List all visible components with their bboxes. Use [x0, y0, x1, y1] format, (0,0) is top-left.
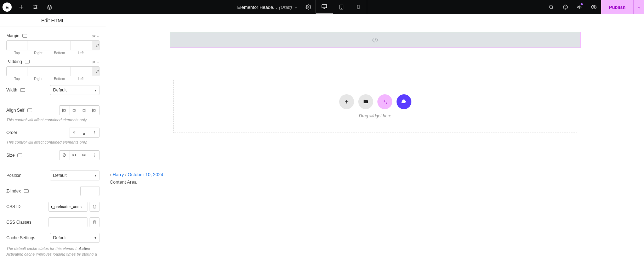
order-label: Order	[6, 130, 17, 135]
database-icon	[92, 220, 97, 224]
plus-icon	[18, 4, 24, 10]
chevron-down-icon: ⌄	[97, 60, 99, 63]
align-stretch-icon	[92, 108, 97, 113]
size-grow-button[interactable]	[69, 151, 79, 160]
padding-link-button[interactable]	[92, 67, 99, 76]
publish-button[interactable]: Publish	[601, 0, 633, 14]
add-element-button[interactable]	[339, 94, 354, 109]
order-last-button[interactable]	[79, 128, 89, 137]
css-id-label: CSS ID	[6, 204, 21, 209]
cache-value: Default	[53, 235, 67, 240]
margin-unit-selector[interactable]: px⌄	[91, 34, 99, 38]
svg-point-13	[94, 131, 95, 132]
panel-body: Margin px⌄ Top Right Bottom	[0, 27, 106, 257]
position-select[interactable]: Default ▾	[50, 171, 99, 180]
width-value: Default	[53, 88, 67, 93]
eye-icon	[591, 4, 597, 10]
margin-link-button[interactable]	[92, 41, 99, 50]
dim-label: Top	[6, 51, 28, 55]
page-settings-button[interactable]	[301, 0, 315, 14]
finder-button[interactable]	[544, 0, 558, 14]
size-more-button[interactable]	[89, 151, 99, 160]
padding-label: Padding	[6, 59, 22, 64]
chevron-down-icon: ⌄	[637, 5, 641, 10]
responsive-icon[interactable]	[24, 189, 29, 193]
padding-top-input[interactable]	[7, 67, 28, 76]
import-kit-button[interactable]	[397, 94, 411, 109]
padding-right-input[interactable]	[28, 67, 49, 76]
svg-point-18	[94, 155, 95, 156]
zindex-input[interactable]	[80, 186, 99, 196]
size-none-button[interactable]	[59, 151, 69, 160]
align-start-button[interactable]	[59, 106, 69, 115]
svg-point-23	[404, 103, 404, 103]
content-area-label: Content Area	[110, 179, 163, 185]
svg-point-3	[308, 6, 309, 8]
document-title-dropdown[interactable]: Elementor Heade... (Draft) ⌄	[234, 5, 301, 10]
preview-button[interactable]	[587, 0, 601, 14]
logo-letter: E	[2, 2, 12, 12]
width-select[interactable]: Default ▾	[50, 85, 99, 95]
padding-bottom-input[interactable]	[49, 67, 70, 76]
whats-new-button[interactable]	[572, 0, 587, 14]
responsive-icon[interactable]	[22, 34, 27, 38]
author-link[interactable]: Harry	[113, 172, 124, 177]
svg-point-15	[94, 134, 95, 134]
more-vertical-icon	[92, 153, 97, 157]
chevron-down-icon: ▾	[95, 173, 96, 177]
chevron-down-icon: ⌄	[294, 5, 298, 10]
align-center-icon	[72, 108, 76, 113]
css-classes-dynamic-button[interactable]	[90, 217, 99, 227]
structure-button[interactable]	[42, 0, 57, 14]
svg-rect-4	[322, 5, 327, 8]
add-template-button[interactable]	[358, 94, 373, 109]
align-end-button[interactable]	[79, 106, 89, 115]
margin-top-input[interactable]	[7, 41, 28, 50]
date-link[interactable]: October 10, 2024	[128, 172, 163, 177]
drop-zone[interactable]: Drag widget here	[173, 80, 577, 133]
dim-label: Right	[28, 77, 49, 81]
device-desktop[interactable]	[316, 0, 333, 14]
help-button[interactable]	[558, 0, 572, 14]
padding-inputs	[6, 66, 99, 76]
margin-left-input[interactable]	[70, 41, 92, 50]
order-first-button[interactable]	[69, 128, 79, 137]
elementor-logo[interactable]: E	[0, 0, 14, 14]
responsive-icon[interactable]	[20, 88, 25, 92]
align-center-button[interactable]	[69, 106, 79, 115]
ai-button[interactable]	[377, 94, 392, 109]
css-id-input[interactable]	[49, 202, 87, 212]
publish-options-button[interactable]: ⌄	[633, 0, 644, 14]
zindex-label: Z-Index	[6, 189, 21, 194]
svg-point-6	[341, 9, 342, 9]
align-self-label: Align Self	[6, 108, 24, 113]
responsive-icon[interactable]	[25, 60, 30, 63]
margin-right-input[interactable]	[28, 41, 49, 50]
responsive-icon[interactable]	[17, 153, 22, 157]
css-classes-input[interactable]	[49, 217, 87, 227]
device-mobile[interactable]	[350, 0, 367, 14]
responsive-icon[interactable]	[27, 108, 32, 112]
arrow-up-bar-icon	[72, 130, 76, 135]
dropzone-text: Drag widget here	[359, 113, 391, 118]
size-shrink-button[interactable]	[79, 151, 89, 160]
arrow-down-bar-icon	[82, 130, 86, 135]
padding-unit-selector[interactable]: px⌄	[91, 60, 99, 64]
site-settings-button[interactable]	[28, 0, 42, 14]
order-more-button[interactable]	[89, 128, 99, 137]
svg-point-19	[94, 156, 95, 157]
device-tablet[interactable]	[333, 0, 350, 14]
cache-select[interactable]: Default ▾	[50, 233, 99, 243]
cache-description: The default cache status for this elemen…	[6, 246, 99, 257]
cache-label: Cache Settings	[6, 235, 35, 240]
svg-point-22	[403, 103, 404, 103]
margin-bottom-input[interactable]	[49, 41, 70, 50]
css-id-dynamic-button[interactable]	[90, 202, 99, 212]
svg-point-11	[565, 8, 566, 9]
responsive-devices	[316, 0, 367, 14]
html-widget[interactable]	[170, 32, 581, 48]
add-widget-button[interactable]	[14, 0, 28, 14]
align-stretch-button[interactable]	[89, 106, 99, 115]
padding-left-input[interactable]	[70, 67, 92, 76]
chevron-down-icon: ▾	[95, 88, 96, 92]
